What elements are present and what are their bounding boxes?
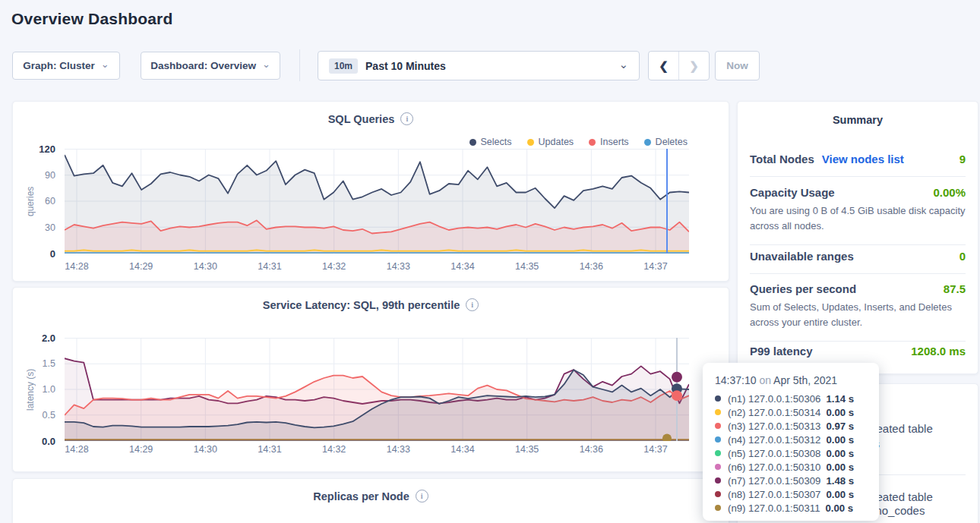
chevron-down-icon: ⌄ (618, 58, 628, 70)
node-color-dot-icon (715, 477, 721, 484)
legend-dot-icon (527, 139, 534, 146)
time-range-dropdown[interactable]: 10m Past 10 Minutes ⌄ (318, 51, 640, 80)
tooltip-node-list: (n1) 127.0.0.1:503061.14 s(n2) 127.0.0.1… (715, 392, 867, 515)
node-color-dot-icon (715, 395, 721, 402)
node-color-dot-icon (715, 491, 721, 497)
tooltip-node-row: (n4) 127.0.0.1:503120.00 s (715, 433, 867, 446)
node-color-dot-icon (715, 505, 721, 511)
x-tick-label: 14:35 (506, 444, 548, 455)
capacity-usage-note: You are using 0 B of 4.5 GiB usable disk… (750, 203, 966, 234)
x-tick-label: 14:35 (506, 261, 548, 272)
node-color-dot-icon (715, 409, 721, 415)
legend-dot-icon (469, 139, 476, 146)
sql-queries-plot[interactable] (65, 149, 689, 254)
x-tick-label: 14:37 (634, 444, 677, 455)
x-tick-label: 14:36 (570, 444, 612, 455)
prev-time-button[interactable]: ❮ (649, 52, 679, 80)
qps-note: Sum of Selects, Updates, Inserts, and De… (750, 300, 966, 330)
x-tick-label: 14:34 (441, 444, 484, 455)
y-axis-ticks: 0306090120 (28, 149, 55, 254)
node-address: (n2) 127.0.0.1:50314 (728, 407, 820, 418)
summary-unavailable-ranges: Unavailable ranges 0 (750, 239, 966, 274)
tooltip-node-row: (n8) 127.0.0.1:503070.00 s (715, 487, 867, 501)
tooltip-node-row: (n9) 127.0.0.1:503110.00 s (715, 501, 867, 515)
info-icon[interactable]: i (400, 112, 413, 125)
chevron-down-icon: ⌄ (101, 59, 109, 69)
service-latency-title: Service Latency: SQL, 99th percentile (263, 299, 460, 311)
unavailable-ranges-value: 0 (959, 250, 966, 263)
node-address: (n9) 127.0.0.1:50311 (728, 503, 820, 514)
x-axis-ticks: 14:2814:2914:3014:3114:3214:3314:3414:35… (65, 261, 689, 275)
node-address: (n1) 127.0.0.1:50306 (728, 393, 820, 405)
now-button-label: Now (726, 60, 748, 71)
node-color-dot-icon (715, 464, 721, 470)
tooltip-node-row: (n3) 127.0.0.1:503130.97 s (715, 419, 867, 433)
y-axis-ticks: 0.00.51.01.52.0 (28, 338, 55, 441)
node-color-dot-icon (715, 436, 721, 443)
x-tick-label: 14:30 (184, 261, 226, 272)
tooltip-node-row: (n7) 127.0.0.1:503091.48 s (715, 474, 867, 487)
legend-item-updates[interactable]: Updates (527, 137, 574, 147)
node-latency-value: 0.00 s (826, 407, 854, 418)
node-color-dot-icon (715, 450, 721, 456)
unavailable-ranges-label: Unavailable ranges (750, 250, 854, 263)
tooltip-node-row: (n1) 127.0.0.1:503061.14 s (715, 392, 867, 405)
x-tick-label: 14:28 (55, 261, 98, 272)
x-tick-label: 14:33 (377, 261, 419, 272)
toolbar-divider (299, 49, 300, 81)
sql-queries-card: SQL Queries i SelectsUpdatesInsertsDelet… (12, 101, 729, 282)
legend-item-inserts[interactable]: Inserts (589, 137, 629, 147)
p99-latency-label: P99 latency (750, 345, 813, 358)
tooltip-node-row: (n2) 127.0.0.1:503140.00 s (715, 405, 867, 419)
dashboard-dropdown[interactable]: Dashboard: Overview ⌄ (141, 52, 280, 80)
qps-label: Queries per second (750, 282, 856, 295)
legend-dot-icon (589, 139, 596, 146)
node-address: (n7) 127.0.0.1:50309 (728, 475, 820, 487)
time-range-badge: 10m (329, 58, 358, 74)
y-tick-label: 2.0 (42, 332, 55, 344)
time-step-buttons: ❮ ❯ (648, 51, 710, 80)
x-tick-label: 14:30 (184, 444, 226, 455)
legend-item-selects[interactable]: Selects (469, 137, 512, 147)
view-nodes-list-link[interactable]: View nodes list (822, 153, 904, 165)
node-color-dot-icon (715, 423, 721, 429)
service-latency-card: Service Latency: SQL, 99th percentile i … (12, 287, 729, 472)
qps-value: 87.5 (944, 282, 966, 295)
x-tick-label: 14:34 (441, 261, 484, 272)
graph-dropdown-label: Graph: Cluster (23, 60, 95, 71)
time-range-label: Past 10 Minutes (365, 60, 446, 72)
tooltip-node-row: (n6) 127.0.0.1:503100.00 s (715, 460, 867, 474)
legend-label: Inserts (600, 137, 629, 147)
y-tick-label: 1.5 (43, 358, 55, 369)
dashboard-dropdown-label: Dashboard: Overview (150, 60, 256, 71)
legend-item-deletes[interactable]: Deletes (644, 137, 688, 147)
p99-latency-value: 1208.0 ms (911, 345, 966, 358)
legend-label: Selects (481, 137, 512, 147)
tooltip-timestamp: 14:37:10 on Apr 5th, 2021 (715, 374, 867, 386)
node-latency-value: 1.48 s (826, 475, 854, 487)
y-tick-label: 1.0 (43, 384, 55, 395)
legend-label: Deletes (656, 137, 688, 147)
summary-qps: Queries per second 87.5 Sum of Selects, … (750, 272, 966, 342)
now-button[interactable]: Now (715, 51, 760, 80)
info-icon[interactable]: i (416, 490, 428, 503)
y-tick-label: 0.0 (42, 436, 55, 447)
y-tick-label: 30 (45, 222, 55, 233)
node-address: (n8) 127.0.0.1:50307 (728, 489, 820, 500)
y-tick-label: 60 (45, 196, 55, 206)
summary-card: Summary Total Nodes View nodes list 9 Ca… (737, 101, 978, 374)
replicas-per-node-card: Replicas per Node i (12, 478, 729, 523)
node-latency-value: 0.00 s (825, 503, 853, 514)
capacity-usage-label: Capacity Usage (750, 186, 835, 199)
graph-dropdown[interactable]: Graph: Cluster ⌄ (12, 52, 120, 80)
next-time-button[interactable]: ❯ (679, 52, 709, 80)
tooltip-node-row: (n5) 127.0.0.1:503080.00 s (715, 446, 867, 460)
chevron-down-icon: ⌄ (262, 59, 270, 69)
x-tick-label: 14:28 (55, 444, 98, 455)
x-tick-label: 14:36 (570, 261, 612, 272)
summary-capacity: Capacity Usage 0.00% You are using 0 B o… (750, 175, 966, 245)
info-icon[interactable]: i (466, 298, 479, 311)
node-address: (n4) 127.0.0.1:50312 (728, 434, 820, 446)
service-latency-plot[interactable] (65, 338, 689, 441)
summary-title: Summary (750, 114, 966, 126)
